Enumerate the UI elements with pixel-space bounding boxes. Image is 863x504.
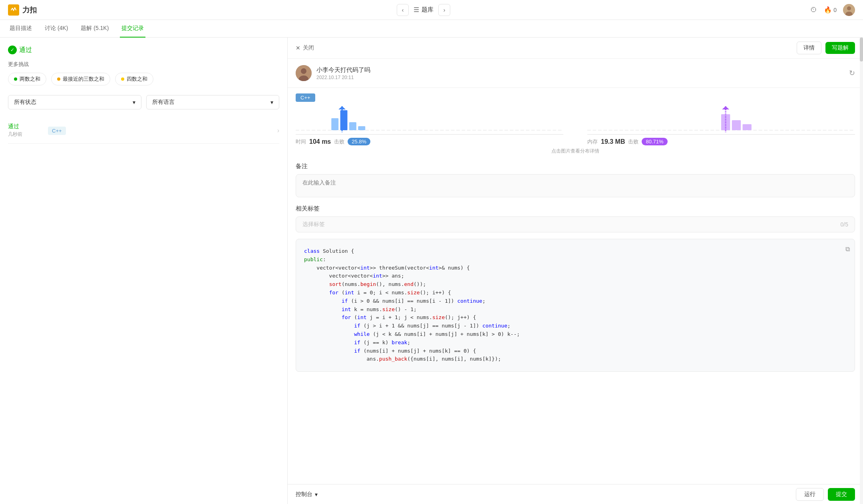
logo-text: 力扣 [22,5,37,15]
right-top-bar: ✕ 关闭 详情 写题解 [288,38,863,59]
bottom-bar: 控制台 ▾ 运行 提交 [288,484,863,504]
cpp-badge: C++ [296,93,315,102]
lang-filter[interactable]: 所有语言 ▾ [146,95,280,109]
svg-marker-12 [338,106,346,109]
filter-row: 所有状态 ▾ 所有语言 ▾ [8,95,279,109]
svg-rect-9 [349,122,356,130]
code-line-11: while (j < k && nums[i] + nums[j] + nums… [304,330,847,339]
memory-value: 19.3 MB [601,138,625,145]
fire-icon: 🔥 [824,6,832,14]
code-line-13: if (nums[i] + nums[j] + nums[k] == 0) { [304,347,847,355]
logo[interactable]: 力扣 [8,4,37,16]
submission-item[interactable]: 通过 几秒前 C++ › [8,117,279,144]
close-label: 关闭 [303,44,314,52]
bottom-right: 运行 提交 [796,488,855,501]
svg-marker-18 [722,106,729,109]
status-time-label: 几秒前 [8,131,40,138]
tab-description[interactable]: 题目描述 [8,20,34,38]
solution-author-name: 小李今天打代码了吗 [316,66,844,74]
scrollbar-track[interactable] [860,38,863,504]
pass-label: 通过 [19,46,32,54]
tags-count: 0/5 [841,221,848,228]
status-filter[interactable]: 所有状态 ▾ [8,95,141,109]
challenge-tag-label: 最接近的三数之和 [63,75,104,83]
console-label: 控制台 [296,491,312,498]
tab-submissions[interactable]: 提交记录 [120,20,145,38]
close-button[interactable]: ✕ 关闭 [296,44,314,52]
tags-title: 相关标签 [296,205,855,212]
svg-rect-15 [732,120,741,130]
pass-check-icon: ✓ [8,46,17,54]
tab-discussion[interactable]: 讨论 (4K) [43,20,70,38]
code-line-4: vector<vector<int>> ans; [304,272,847,280]
svg-point-1 [847,6,851,10]
nav-prev-button[interactable]: ‹ [397,4,409,16]
left-panel: ✓ 通过 更多挑战 两数之和 最接近的三数之和 四数之和 所有状态 ▾ [0,38,288,504]
solution-date: 2022.10.17 20:11 [316,75,844,80]
more-challenges-label: 更多挑战 [8,61,279,68]
right-actions: 详情 写题解 [797,42,855,54]
tags-select[interactable]: 选择标签 0/5 [296,216,855,232]
chevron-down-icon: ▾ [270,99,273,105]
lang-badge: C++ [48,127,66,135]
dot-green-icon [14,77,17,81]
time-value: 104 ms [309,138,331,145]
nav-next-button[interactable]: › [438,4,450,16]
copy-icon[interactable]: ⧉ [845,244,850,254]
svg-point-4 [301,68,306,74]
svg-rect-16 [743,124,752,130]
code-line-10: if (j > i + 1 && nums[j] == nums[j - 1])… [304,322,847,330]
svg-rect-10 [358,126,365,130]
submission-lang: C++ [48,127,66,134]
code-line-5: sort(nums.begin(), nums.end()); [304,280,847,289]
time-beat-badge: 25.8% [348,138,370,145]
code-block: ⧉ class Solution { public: vector<vector… [296,239,855,372]
challenge-tag-four-sum[interactable]: 四数之和 [115,73,153,85]
challenge-tag-three-sum[interactable]: 最接近的三数之和 [51,73,110,85]
code-line-9: for (int j = i + 1; j < nums.size(); j++… [304,314,847,322]
right-content: C++ [288,88,863,484]
chart-tip[interactable]: 点击图片查看分布详情 [296,148,855,155]
tags-placeholder: 选择标签 [302,221,325,228]
code-line-14: ans.push_back({nums[i], nums[i], nums[k]… [304,355,847,363]
scrollbar-thumb[interactable] [860,38,863,62]
chart-section[interactable]: 时间 104 ms 击败 25.8% [296,107,855,155]
chevron-down-icon: ▾ [315,491,318,498]
main-layout: ✓ 通过 更多挑战 两数之和 最接近的三数之和 四数之和 所有状态 ▾ [0,38,863,504]
timer-icon[interactable]: ⏲ [810,6,817,14]
solution-info: 小李今天打代码了吗 2022.10.17 20:11 [316,66,844,80]
right-panel: ✕ 关闭 详情 写题解 小李今天打代码了吗 2022.10.17 20:11 [288,38,863,504]
fire-number: 0 [833,7,837,13]
challenge-tag-two-sum[interactable]: 两数之和 [8,73,46,85]
solution-author-avatar [296,65,312,81]
write-solution-button[interactable]: 写题解 [825,42,855,54]
notes-title: 备注 [296,163,855,170]
pass-badge: ✓ 通过 [8,46,279,54]
challenge-tags: 两数之和 最接近的三数之和 四数之和 [8,73,279,85]
console-button[interactable]: 控制台 ▾ [296,491,318,498]
refresh-icon[interactable]: ↻ [849,69,855,77]
run-button[interactable]: 运行 [796,488,824,501]
dot-yellow-icon [121,77,124,81]
code-line-3: vector<vector<int>> threeSum(vector<int>… [304,264,847,272]
code-line-12: if (j == k) break; [304,339,847,347]
nav-right: ⏲ 🔥 0 [810,4,855,16]
challenge-tag-label: 四数之和 [127,75,147,83]
lang-filter-label: 所有语言 [152,99,175,106]
avatar[interactable] [843,4,855,16]
submit-button[interactable]: 提交 [828,488,855,501]
detail-button[interactable]: 详情 [797,42,821,54]
memory-beat-label: 击败 [628,138,638,145]
tab-solutions[interactable]: 题解 (5.1K) [79,20,110,38]
challenge-tag-label: 两数之和 [20,75,40,83]
logo-icon [8,4,19,16]
tabs-bar: 题目描述 讨论 (4K) 题解 (5.1K) 提交记录 [0,20,863,38]
svg-rect-7 [331,118,338,130]
code-line-1: class Solution { [304,247,847,256]
fire-count: 🔥 0 [824,6,837,14]
time-label: 时间 [296,138,306,145]
memory-beat-badge: 80.71% [642,138,667,145]
code-line-2: public: [304,256,847,264]
notes-input[interactable] [296,174,855,197]
code-line-7: if (i > 0 && nums[i] == nums[i - 1]) con… [304,297,847,306]
